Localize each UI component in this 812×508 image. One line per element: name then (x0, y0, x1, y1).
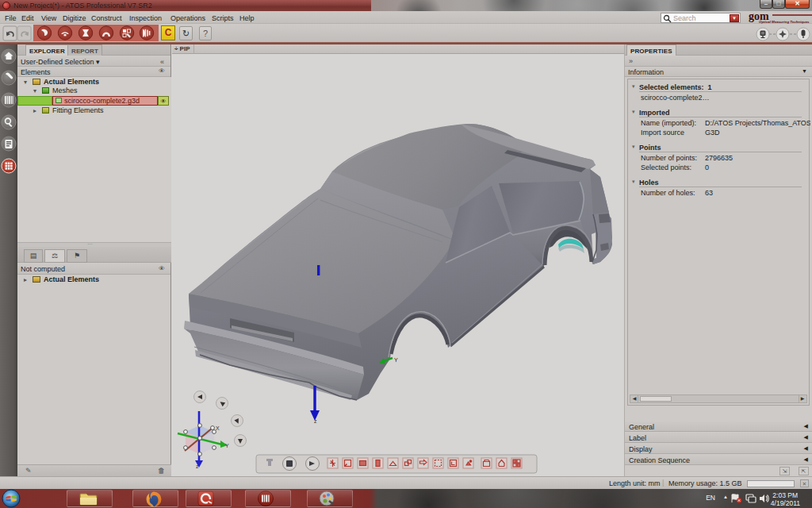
svg-text:z: z (196, 464, 199, 469)
svg-text:Y: Y (225, 443, 229, 448)
svg-text:Y: Y (394, 357, 398, 363)
svg-text:X: X (216, 425, 220, 431)
svg-text:z: z (314, 418, 317, 424)
